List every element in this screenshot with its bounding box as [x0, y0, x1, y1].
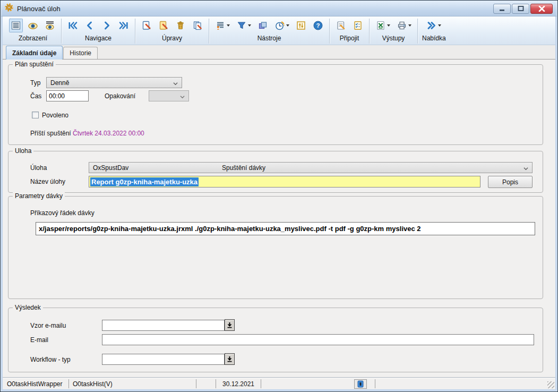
- command-line-text: x/jasper/reports/g0zp-kniha-majetku-uzka…: [39, 225, 421, 233]
- pristi-spusteni-label: Příští spuštění: [30, 130, 71, 137]
- toolbar-group-label: Zobrazení: [19, 33, 47, 43]
- nav-first-icon: [67, 20, 78, 31]
- task-list-button[interactable]: [213, 19, 231, 32]
- popis-button[interactable]: Popis: [488, 176, 533, 188]
- clock-icon: [274, 20, 285, 31]
- groupbox-plan-spusteni: Plán spuštění Typ Denně Čas Opakování Po…: [8, 64, 543, 145]
- dropdown-arrow-icon[interactable]: [408, 24, 411, 27]
- typ-combobox[interactable]: Denně: [46, 77, 182, 88]
- dropdown-arrow-icon[interactable]: [438, 24, 441, 27]
- help-button[interactable]: ?: [311, 19, 325, 32]
- status-separator: [375, 379, 375, 388]
- eye-rows-button[interactable]: [43, 19, 57, 32]
- nav-prev-icon: [84, 20, 95, 31]
- resize-grip[interactable]: [547, 381, 554, 388]
- minimize-button[interactable]: [493, 4, 511, 14]
- list-view-button[interactable]: [9, 19, 23, 32]
- tab-historie[interactable]: Historie: [63, 47, 98, 59]
- toolbar-group-3: ?Nástroje: [209, 18, 329, 45]
- excel-icon: [375, 20, 386, 31]
- dropdown-arrow-icon[interactable]: [286, 24, 289, 27]
- drop-to-bar-icon: [227, 322, 233, 328]
- nav-next-button[interactable]: [100, 19, 114, 32]
- status-bar: O0taskHistWrapper O0taskHist(V) 30.12.20…: [3, 378, 555, 389]
- dropdown-arrow-icon[interactable]: [227, 24, 230, 27]
- nazev-ulohy-input[interactable]: Report g0zp-kniha-majetku-uzka: [89, 176, 480, 188]
- nav-prev-button[interactable]: [83, 19, 97, 32]
- tab-label: Historie: [70, 49, 91, 57]
- chevron-down-icon: [180, 95, 185, 99]
- filter-button[interactable]: [235, 19, 253, 32]
- doc-copy-button[interactable]: [191, 19, 204, 32]
- sliders-button[interactable]: [294, 19, 308, 32]
- uloha-combobox[interactable]: OxSpustDav Spuštění dávky: [89, 162, 533, 173]
- printer-button[interactable]: [395, 19, 413, 32]
- drop-to-bar-icon: [227, 356, 233, 362]
- vzor-emailu-input[interactable]: [102, 320, 225, 331]
- email-input[interactable]: [102, 334, 534, 345]
- eye-button[interactable]: [26, 19, 40, 32]
- nazev-ulohy-label: Název úlohy: [30, 178, 65, 185]
- doc-edit-button[interactable]: [157, 19, 170, 32]
- eye-rows-icon: [45, 20, 55, 31]
- typ-label: Typ: [30, 79, 40, 87]
- vzor-emailu-label: Vzor e-mailu: [30, 322, 66, 329]
- tab-zakladni-udaje[interactable]: Základní údaje: [6, 46, 63, 59]
- groupbox-legend: Plán spuštění: [13, 61, 56, 68]
- status-record-indicator[interactable]: [354, 379, 367, 389]
- groupbox-uloha: Uloha Úloha OxSpustDav Spuštění dávky Ná…: [8, 151, 543, 193]
- groupbox-vysledek: Výsledek Vzor e-mailu E-mail Workflow - …: [8, 308, 543, 372]
- toolbar: ZobrazeníNavigaceÚpravy?NástrojePřipojit…: [3, 16, 555, 45]
- app-gear-icon: [4, 3, 14, 14]
- checklist-button[interactable]: [351, 19, 365, 32]
- clock-button[interactable]: [273, 19, 291, 32]
- menu-chevrons-button[interactable]: [425, 19, 443, 32]
- toolbar-group-2: Úpravy: [135, 18, 209, 45]
- excel-button[interactable]: [374, 19, 392, 32]
- selected-text: Report g0zp-kniha-majetku-uzka: [90, 177, 199, 186]
- uloha-code: OxSpustDav: [93, 164, 128, 172]
- doc-edit-icon: [158, 20, 169, 31]
- opakovani-combobox[interactable]: [149, 90, 189, 101]
- workflow-typ-dropdown-button[interactable]: [225, 353, 235, 365]
- typ-value: Denně: [50, 79, 69, 87]
- close-button[interactable]: [530, 4, 553, 14]
- window-title: Plánovač úloh: [17, 5, 493, 13]
- filter-icon: [236, 20, 247, 31]
- workflow-typ-input[interactable]: [102, 354, 225, 365]
- toolbar-group-label: Připojit: [340, 33, 359, 43]
- toolbar-group-4: Připojit: [330, 18, 369, 45]
- trash-button[interactable]: [174, 19, 187, 32]
- printer-icon: [397, 20, 407, 31]
- status-separator: [261, 379, 261, 388]
- dropdown-arrow-icon[interactable]: [248, 24, 251, 27]
- nav-last-button[interactable]: [117, 19, 131, 32]
- chevron-down-icon: [173, 81, 178, 86]
- app-window: Plánovač úloh ZobrazeníNavigaceÚpravy?Ná…: [0, 0, 558, 392]
- doc-copy-icon: [192, 20, 203, 31]
- status-table-name: O0taskHist(V): [73, 380, 113, 388]
- uloha-desc: Spuštění dávky: [222, 164, 265, 172]
- nav-first-button[interactable]: [66, 19, 80, 32]
- vzor-emailu-dropdown-button[interactable]: [225, 319, 235, 331]
- workflow-typ-label: Workflow - typ: [30, 356, 71, 363]
- task-list-icon: [215, 20, 226, 31]
- note-edit-icon: [336, 20, 346, 31]
- status-separator: [196, 379, 196, 388]
- povoleno-checkbox[interactable]: [32, 112, 39, 118]
- dropdown-arrow-icon[interactable]: [387, 24, 390, 27]
- tab-strip: Základní údaje Historie: [3, 45, 555, 59]
- doc-new-button[interactable]: [140, 19, 153, 32]
- maximize-button[interactable]: [512, 4, 529, 14]
- note-edit-button[interactable]: [334, 19, 348, 32]
- layers-button[interactable]: [256, 19, 270, 32]
- cas-input[interactable]: [46, 90, 89, 101]
- toolbar-group-label: Nabídka: [422, 33, 446, 43]
- prikazovy-radek-input[interactable]: x/jasper/reports/g0zp-kniha-majetku-uzka…: [36, 222, 535, 235]
- checklist-icon: [353, 20, 363, 31]
- eye-icon: [28, 20, 38, 31]
- povoleno-label: Povoleno: [42, 112, 68, 119]
- opakovani-label: Opakování: [105, 92, 135, 100]
- toolbar-group-1: Navigace: [62, 18, 135, 45]
- toolbar-group-label: Úpravy: [162, 33, 182, 43]
